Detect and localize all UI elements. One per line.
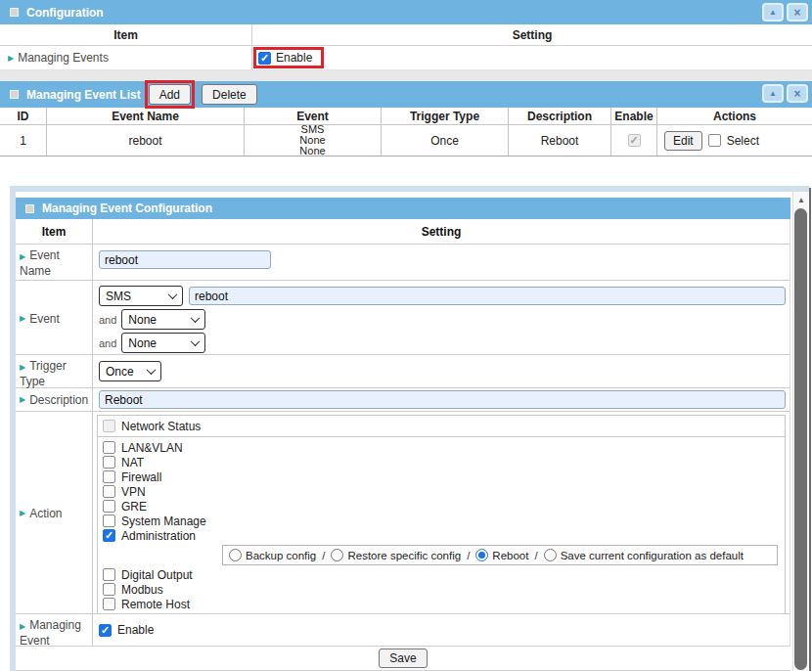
event-source-select[interactable]: SMS <box>99 286 183 306</box>
administration-checkbox[interactable] <box>103 529 115 542</box>
event-and-select-1[interactable]: None <box>121 309 205 330</box>
row-arrow-icon: ▶ <box>20 622 25 631</box>
event-name-label: Event Name <box>20 248 60 278</box>
section-divider <box>0 70 812 81</box>
backup-config-radio-item[interactable]: Backup config <box>229 549 316 561</box>
vpn-checkbox[interactable] <box>103 485 115 498</box>
backup-config-radio[interactable] <box>229 549 242 561</box>
row-actions: Edit Select <box>657 125 812 156</box>
column-enable: Enable <box>611 108 657 124</box>
firewall-checkbox[interactable] <box>103 470 115 483</box>
reboot-radio-item[interactable]: Reboot <box>475 549 528 561</box>
managing-event-row: ▶Managing Event Enable <box>16 614 790 647</box>
column-item: Item <box>16 219 93 244</box>
collapse-icon[interactable]: ▲ <box>762 84 784 103</box>
event-value-input[interactable]: reboot <box>189 287 786 305</box>
event-and-select-2[interactable]: None <box>121 333 205 353</box>
remote-host-label: Remote Host <box>121 598 190 611</box>
modbus-checkbox[interactable] <box>103 583 115 596</box>
lan-vlan-checkbox[interactable] <box>103 441 115 454</box>
collapse-icon[interactable]: ▲ <box>762 3 784 22</box>
description-input[interactable]: Reboot <box>99 390 786 409</box>
trigger-type-row: ▶Trigger Type Once <box>16 355 790 388</box>
chevron-down-icon <box>147 365 157 375</box>
event-configuration-title: Managing Event Configuration <box>42 201 212 215</box>
event-condition-3: None <box>299 146 325 157</box>
row-enable <box>611 125 657 156</box>
network-status-checkbox <box>103 420 115 432</box>
scrollbar[interactable]: ▲ <box>792 192 808 671</box>
event-row: ▶Event SMS reboot and None and None <box>16 281 790 355</box>
event-list-title: Managing Event List <box>26 88 141 102</box>
column-trigger-type: Trigger Type <box>382 108 509 124</box>
event-configuration-panel: Managing Event Configuration Item Settin… <box>16 192 792 671</box>
gre-checkbox[interactable] <box>103 500 115 513</box>
description-row: ▶Description Reboot <box>16 388 790 412</box>
scrollbar-thumb[interactable] <box>794 208 807 670</box>
managing-events-enable-checkbox[interactable] <box>258 52 271 65</box>
restore-config-radio[interactable] <box>331 549 343 561</box>
radio-separator: / <box>465 550 472 561</box>
row-arrow-icon: ▶ <box>8 54 14 63</box>
network-status-group: Network Status <box>97 415 786 437</box>
column-actions: Actions <box>657 108 812 124</box>
scroll-up-icon[interactable]: ▲ <box>793 192 809 207</box>
firewall-label: Firewall <box>121 470 161 484</box>
vpn-label: VPN <box>121 485 146 499</box>
digital-output-checkbox[interactable] <box>103 568 115 581</box>
column-item: Item <box>0 24 252 45</box>
system-manage-checkbox[interactable] <box>103 514 115 527</box>
column-id: ID <box>0 108 47 124</box>
network-status-label: Network Status <box>121 420 201 433</box>
event-label: Event <box>29 312 60 326</box>
event-list-header: Managing Event List Add Delete ▲ × <box>0 81 812 108</box>
table-row: 1 reboot SMS None None Once Reboot Edit … <box>0 125 812 157</box>
enable-label: Enable <box>276 51 312 65</box>
save-button[interactable]: Save <box>379 649 427 668</box>
administration-radio-group: Backup config / Restore specific config … <box>222 545 778 565</box>
column-event: Event <box>245 108 382 124</box>
row-description: Reboot <box>509 125 611 156</box>
action-row: ▶Action Network Status LAN&VLAN NAT Fire… <box>16 412 790 614</box>
save-default-radio[interactable] <box>544 549 557 561</box>
remote-host-checkbox[interactable] <box>103 598 115 610</box>
configuration-table-header: Item Setting <box>0 24 812 46</box>
select-checkbox[interactable] <box>708 134 721 147</box>
radio-separator: / <box>320 550 327 561</box>
event-name-input[interactable]: reboot <box>99 250 271 269</box>
reboot-radio[interactable] <box>475 549 488 561</box>
column-event-name: Event Name <box>47 108 245 124</box>
enable-label: Enable <box>117 623 154 637</box>
system-manage-label: System Manage <box>121 514 206 528</box>
event-configuration-header: Managing Event Configuration <box>16 198 790 219</box>
configuration-header: Configuration ▲ × <box>0 0 812 24</box>
modbus-label: Modbus <box>121 583 163 597</box>
radio-separator: / <box>532 550 539 561</box>
delete-button[interactable]: Delete <box>202 84 257 105</box>
add-button[interactable]: Add <box>149 84 191 105</box>
event-name-row: ▶Event Name reboot <box>16 245 790 281</box>
restore-config-radio-item[interactable]: Restore specific config <box>331 549 461 561</box>
screen: Configuration ▲ × Item Setting ▶ Managin… <box>0 0 812 671</box>
row-event-conditions: SMS None None <box>245 125 382 156</box>
managing-events-row: ▶ Managing Events Enable <box>0 46 812 70</box>
trigger-type-select[interactable]: Once <box>99 361 161 381</box>
managing-event-label: Managing Event <box>20 618 81 648</box>
and-label: and <box>99 314 116 326</box>
row-arrow-icon: ▶ <box>20 363 25 372</box>
row-arrow-icon: ▶ <box>20 393 25 407</box>
managing-event-enable-checkbox[interactable] <box>99 624 112 637</box>
row-arrow-icon: ▶ <box>20 312 25 326</box>
row-arrow-icon: ▶ <box>20 252 25 261</box>
save-default-radio-item[interactable]: Save current configuration as default <box>544 549 744 561</box>
nat-label: NAT <box>121 456 144 470</box>
panel-square-icon <box>10 8 19 17</box>
column-setting: Setting <box>93 219 789 244</box>
nat-checkbox[interactable] <box>103 456 115 469</box>
close-icon[interactable]: × <box>787 3 808 22</box>
administration-label: Administration <box>121 529 196 543</box>
config-table-header: Item Setting <box>16 219 790 245</box>
edit-button[interactable]: Edit <box>664 131 702 151</box>
close-icon[interactable]: × <box>787 84 808 103</box>
column-setting: Setting <box>252 24 812 45</box>
